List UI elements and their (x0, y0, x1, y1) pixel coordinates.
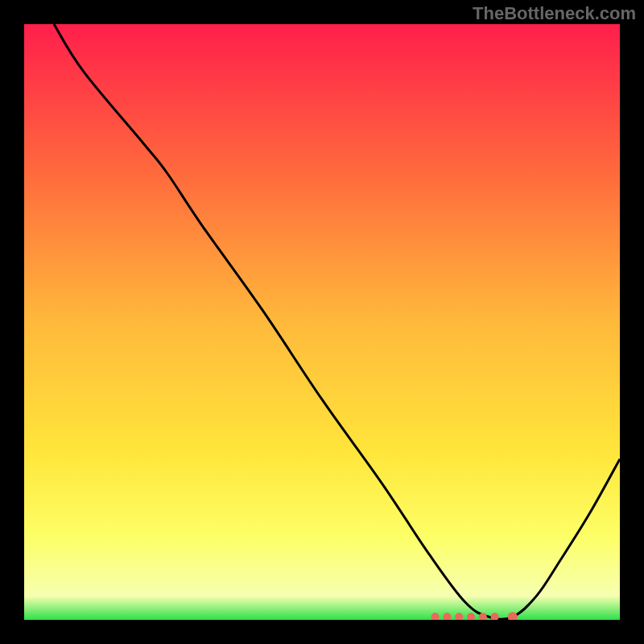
chart-plot-area (24, 24, 620, 620)
chart-svg (24, 24, 620, 620)
watermark-text: TheBottleneck.com (473, 3, 636, 24)
chart-background (24, 24, 620, 620)
